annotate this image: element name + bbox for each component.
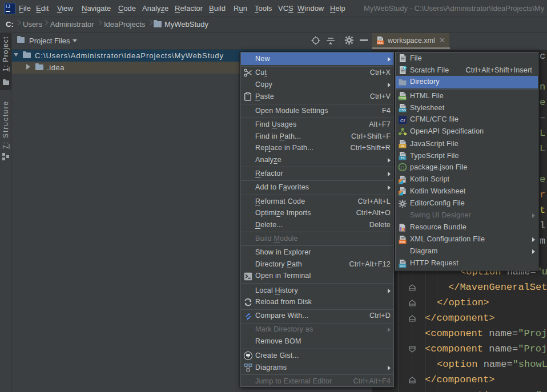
svg-text:XML: XML: [377, 41, 383, 45]
